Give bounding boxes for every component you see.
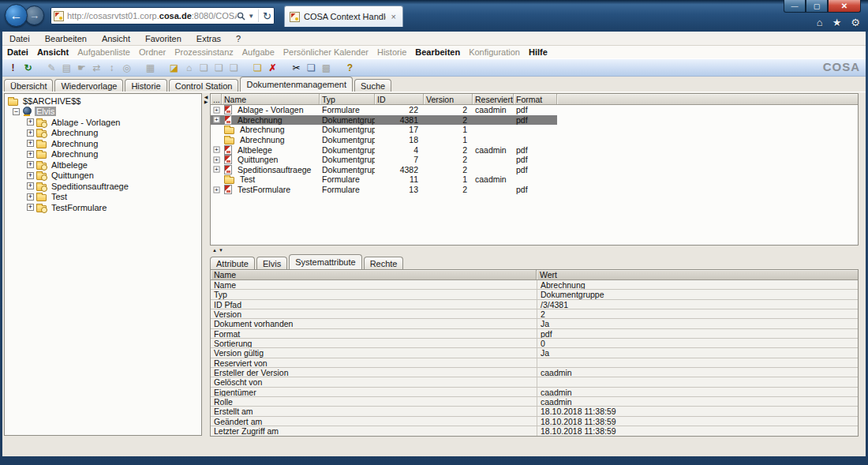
document-row[interactable]: Test Formulare 11 1 caadmin: [211, 174, 557, 185]
tree-item[interactable]: − Elvis: [5, 107, 201, 118]
alert-icon[interactable]: !: [6, 61, 20, 75]
tree-node-label[interactable]: Elvis: [35, 107, 56, 116]
search-icon[interactable]: [237, 12, 245, 21]
attribute-row[interactable]: Format pdf: [211, 329, 858, 339]
tree-expander-icon[interactable]: +: [27, 182, 34, 189]
detail-tab[interactable]: Attribute: [210, 257, 255, 269]
app-menu-item[interactable]: Persönlicher Kalender: [283, 47, 369, 57]
tab-close-icon[interactable]: ×: [390, 12, 398, 21]
tree-item[interactable]: + Abrechnung: [5, 149, 201, 160]
document-icon[interactable]: ❏: [227, 61, 241, 75]
attribute-row[interactable]: Ersteller der Version caadmin: [211, 368, 858, 377]
tree-item[interactable]: + Quittungen: [5, 171, 201, 182]
main-tab[interactable]: Historie: [125, 79, 166, 92]
app-menu-item[interactable]: Prozessinstanz: [174, 47, 234, 57]
main-tab[interactable]: Wiedervorlage: [54, 79, 123, 92]
address-bar[interactable]: http://cosasrvtst01.corp.cosa.de:8080/CO…: [51, 7, 275, 24]
splitter-collapse-right-icon[interactable]: ▶: [204, 99, 208, 104]
tree-node-label[interactable]: Altbelege: [50, 160, 89, 170]
document-icon[interactable]: ❏: [197, 61, 211, 75]
refresh-icon[interactable]: ↻: [263, 10, 271, 22]
app-menu-item[interactable]: Ansicht: [37, 47, 69, 57]
row-expander-icon[interactable]: +: [213, 186, 219, 193]
tree-expander-icon[interactable]: +: [27, 172, 34, 179]
tree-item[interactable]: + Abrechnung: [5, 138, 201, 149]
new-document-icon[interactable]: ❏: [251, 61, 264, 75]
back-button[interactable]: ←: [5, 4, 28, 27]
document-row[interactable]: + Quittungen Dokumentgruppe 7 2 pdf: [211, 155, 557, 165]
attribute-row[interactable]: Gelöscht von: [211, 377, 858, 387]
app-menu-item[interactable]: Aufgabenliste: [77, 47, 130, 57]
row-expander-icon[interactable]: +: [213, 167, 219, 173]
tree-expander-icon[interactable]: −: [13, 108, 20, 115]
attribute-row[interactable]: Rolle caadmin: [211, 397, 858, 407]
main-tab[interactable]: Suche: [354, 79, 391, 92]
url-text[interactable]: http://cosasrvtst01.corp.cosa.de:8080/CO…: [67, 11, 237, 21]
attribute-row[interactable]: Dokument vorhanden Ja: [211, 319, 858, 328]
tree-expander-icon[interactable]: +: [27, 129, 34, 137]
row-expander-icon[interactable]: +: [213, 117, 219, 123]
tree-item[interactable]: + Abrechnung: [5, 128, 201, 139]
main-tab[interactable]: Übersicht: [4, 79, 53, 92]
attribute-row[interactable]: Name Abrechnung: [211, 280, 858, 290]
main-tab[interactable]: Control Station: [169, 79, 239, 92]
document-row[interactable]: + Ablage - Vorlagen Formulare 22 2 caadm…: [211, 105, 557, 115]
tree-node-label[interactable]: $$ARCHIVE$$: [21, 96, 82, 106]
tree-expander-icon[interactable]: +: [27, 193, 34, 201]
tree-expander-icon[interactable]: +: [27, 118, 34, 126]
document-row[interactable]: + Speditionsauftraege Dokumentgruppe 438…: [211, 165, 557, 175]
close-button[interactable]: ✕: [828, 0, 861, 13]
attribute-row[interactable]: Geändert am 18.10.2018 11:38:59: [211, 417, 858, 426]
column-header-name[interactable]: Name: [222, 94, 320, 104]
attribute-row[interactable]: Erstellt am 18.10.2018 11:38:59: [211, 407, 858, 416]
attribute-row[interactable]: Letzter Zugriff am 18.10.2018 11:38:59: [211, 426, 858, 436]
app-menu-item[interactable]: Historie: [377, 47, 406, 57]
attr-column-wert[interactable]: Wert: [537, 270, 858, 279]
column-header-reserviert[interactable]: Reserviert ...: [473, 94, 514, 104]
tree-item[interactable]: $$ARCHIVE$$: [5, 96, 201, 107]
refresh-document-icon[interactable]: ↻: [21, 61, 35, 75]
splitter-collapse-up-icon[interactable]: ▲: [212, 248, 217, 253]
browser-tab[interactable]: COSA Context Handler ×: [284, 6, 403, 27]
maximize-button[interactable]: ▢: [806, 0, 828, 13]
row-expander-icon[interactable]: +: [213, 107, 219, 113]
search-dropdown-caret-icon[interactable]: ▼: [248, 13, 254, 20]
tree-expander-icon[interactable]: +: [27, 140, 34, 147]
column-header-format[interactable]: Format: [514, 94, 557, 104]
home-icon[interactable]: ⌂: [182, 61, 196, 75]
horizontal-splitter[interactable]: ▲ ▼: [210, 246, 859, 254]
app-menu-item[interactable]: Datei: [7, 47, 28, 57]
browser-menu-item[interactable]: ?: [236, 34, 241, 43]
tree-node-label[interactable]: Abrechnung: [50, 128, 99, 137]
document-row[interactable]: + Abrechnung Dokumentgruppe 4381 2 pdf: [211, 115, 557, 126]
vertical-splitter[interactable]: ◀ ▶: [202, 93, 210, 436]
tree-item[interactable]: + Altbelege: [5, 159, 201, 171]
row-expander-icon[interactable]: +: [213, 156, 219, 163]
browser-menu-item[interactable]: Datei: [9, 34, 30, 43]
tree-expander-icon[interactable]: +: [27, 151, 34, 158]
tree-item[interactable]: + TestFormulare: [5, 202, 201, 213]
paste-icon[interactable]: ▩: [320, 61, 333, 75]
attribute-row[interactable]: Version 2: [211, 309, 858, 319]
detail-tab[interactable]: Systemattribute: [289, 254, 361, 269]
browser-menu-item[interactable]: Extras: [196, 34, 221, 43]
tree-item[interactable]: + Ablage - Vorlagen: [5, 117, 201, 128]
tree-item[interactable]: + Speditionsauftraege: [5, 181, 201, 192]
attribute-row[interactable]: Sortierung 0: [211, 339, 858, 348]
document-row[interactable]: Abrechnung Dokumentgruppe 17 1: [211, 125, 557, 135]
tree-expander-icon[interactable]: +: [27, 161, 34, 168]
app-menu-item[interactable]: Aufgabe: [242, 47, 275, 57]
settings-gear-icon[interactable]: ⚙: [851, 17, 860, 28]
attribute-row[interactable]: Typ Dokumentgruppe: [211, 290, 858, 299]
tree-node-label[interactable]: TestFormulare: [50, 203, 108, 212]
attr-column-name[interactable]: Name: [211, 270, 537, 279]
document-row[interactable]: + Altbelege Dokumentgruppe 4 2 caadmin p…: [211, 144, 557, 155]
tree-node-label[interactable]: Abrechnung: [50, 149, 99, 159]
attribute-row[interactable]: Eigentümer caadmin: [211, 388, 858, 397]
document-row[interactable]: + TestFormulare Formulare 13 2 pdf: [211, 185, 557, 195]
attribute-row[interactable]: Version gültig Ja: [211, 348, 858, 358]
column-header-id[interactable]: ID: [375, 94, 424, 104]
document-icon[interactable]: ❏: [212, 61, 226, 75]
column-header-version[interactable]: Version: [424, 94, 473, 104]
favorites-star-icon[interactable]: ★: [832, 17, 842, 28]
